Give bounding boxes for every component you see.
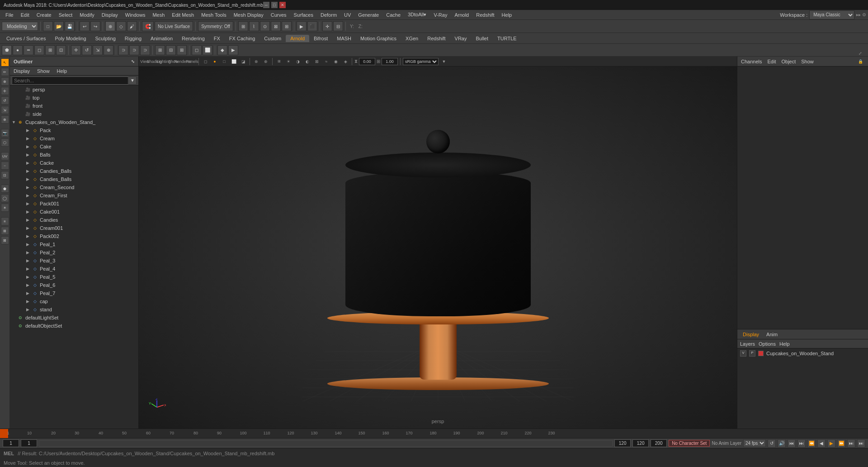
vp-bounding-btn[interactable]: ⬜ <box>230 57 238 66</box>
vp-ao-btn[interactable]: ◐ <box>303 57 311 66</box>
menu-mesh-display[interactable]: Mesh Display <box>230 11 267 19</box>
vp-wireframe-btn[interactable]: ◻ <box>201 57 209 66</box>
jump-back-key-btn[interactable]: ⏭ <box>797 439 806 448</box>
list-item[interactable]: ▶ ◇ Candies_Balls <box>10 167 138 175</box>
create-nurbs-icon[interactable]: ◯ <box>1 194 9 202</box>
move-tool-icon[interactable]: ✛ <box>1 87 9 95</box>
vertex-btn[interactable]: ● <box>13 45 23 55</box>
menu-create[interactable]: Create <box>33 11 55 19</box>
anim-tab[interactable]: Anim <box>764 331 780 338</box>
new-scene-btn[interactable]: □ <box>43 21 53 31</box>
menu-windows[interactable]: Windows <box>122 11 149 19</box>
range-end-1-input[interactable] <box>614 439 631 447</box>
list-item[interactable]: ▶ ◇ Peal_6 <box>10 281 138 289</box>
vp-panels-menu[interactable]: Panels <box>188 57 196 66</box>
anim-key2-btn[interactable]: ▶ <box>228 45 238 55</box>
list-item[interactable]: ▶ ◇ Cream_Second <box>10 183 138 191</box>
snap-surface-btn[interactable]: ⊠ <box>271 21 281 31</box>
snap-point-btn[interactable]: ⊙ <box>260 21 270 31</box>
list-item[interactable]: ▶ ◇ Peal_7 <box>10 289 138 297</box>
last-tool-side-icon[interactable]: ⊕ <box>1 115 9 124</box>
scale-tool-icon[interactable]: ⇲ <box>1 106 9 114</box>
edge-btn[interactable]: ━ <box>24 45 33 55</box>
list-item[interactable]: ▶ ◇ Candies_Balls <box>10 175 138 183</box>
outliner-menu-show[interactable]: Show <box>35 68 52 74</box>
tab-animation[interactable]: Animation <box>146 35 177 42</box>
play-forward-btn[interactable]: ▶ <box>827 439 835 448</box>
list-item[interactable]: ▶ ◇ Peal_4 <box>10 265 138 273</box>
save-scene-btn[interactable]: 💾 <box>65 21 75 31</box>
undo-btn[interactable]: ↩ <box>80 21 90 31</box>
layers-menu[interactable]: Layers <box>740 341 755 347</box>
menu-modify[interactable]: Modify <box>76 11 98 19</box>
list-item[interactable]: 🎥 persp <box>10 86 138 94</box>
mode-selector[interactable]: Modeling <box>2 22 38 31</box>
outliner-search-input[interactable] <box>12 76 128 85</box>
tab-turtle[interactable]: TURTLE <box>493 35 521 42</box>
menu-file[interactable]: File <box>2 11 17 19</box>
object-icon[interactable]: ⬡ <box>1 138 9 147</box>
jump-start-btn[interactable]: ⏮ <box>788 439 796 448</box>
vp-depth-btn[interactable]: ⊕ <box>262 57 270 66</box>
menu-display[interactable]: Display <box>98 11 122 19</box>
paint-select-btn[interactable]: ⊃ <box>129 45 139 55</box>
range-end-2-input[interactable] <box>632 439 649 447</box>
outliner-collapse-icon[interactable]: ⤡ <box>131 59 135 64</box>
layer-item[interactable]: V P Cupcakes_on_Wooden_Stand <box>737 348 868 358</box>
list-item[interactable]: ▶ ◇ Peal_2 <box>10 248 138 257</box>
tab-bullet[interactable]: Bullet <box>472 35 493 42</box>
tab-arnold[interactable]: Arnold <box>286 35 309 42</box>
help-menu[interactable]: Help <box>779 341 790 347</box>
list-item[interactable]: ▶ ◇ Balls <box>10 151 138 159</box>
tab-poly-modeling[interactable]: Poly Modeling <box>50 35 90 42</box>
rigging-icon[interactable]: ⊡ <box>1 171 9 179</box>
lasso-btn[interactable]: ◇ <box>116 21 126 31</box>
menu-edit[interactable]: Edit <box>17 11 33 19</box>
list-item[interactable]: ▶ ◇ Pack <box>10 126 138 134</box>
list-item[interactable]: ▶ ◇ Cream <box>10 134 138 143</box>
maximize-button[interactable]: □ <box>271 2 278 8</box>
vp-lighting-menu[interactable]: Lighting <box>160 57 168 66</box>
magnet-btn[interactable]: 🧲 <box>142 21 154 31</box>
snap-curve-icon-btn[interactable]: ⊞ <box>177 45 187 55</box>
menu-select[interactable]: Select <box>55 11 76 19</box>
list-item[interactable]: ▼ ⊕ Cupcakes_on_Wooden_Stand_ <box>10 118 138 126</box>
vp-xray-btn[interactable]: ⊗ <box>252 57 260 66</box>
step-back-btn[interactable]: ⏪ <box>807 439 816 448</box>
list-item[interactable]: ▶ ◇ Cake001 <box>10 208 138 216</box>
list-item[interactable]: ▶ ◇ Peal_1 <box>10 240 138 248</box>
range-max-input[interactable] <box>651 439 667 447</box>
vp-motion-blur-btn[interactable]: ≈ <box>322 57 330 66</box>
snap-grid-icon-btn[interactable]: ⊞ <box>155 45 165 55</box>
list-item[interactable]: ▶ ◇ Pack001 <box>10 200 138 208</box>
list-item[interactable]: ▶ ◇ Peal_5 <box>10 273 138 281</box>
vp-lights-btn[interactable]: ☀ <box>284 57 292 66</box>
vp-flat-btn[interactable]: □ <box>220 57 228 66</box>
play-back-btn[interactable]: ◀ <box>817 439 826 448</box>
menu-redshift[interactable]: Redshift <box>472 11 498 19</box>
symmetry-btn[interactable]: Symmetry: Off <box>198 21 233 31</box>
scale-btn[interactable]: ⇲ <box>93 45 103 55</box>
paint-tool-icon[interactable]: ✏ <box>1 68 9 76</box>
face-btn[interactable]: ◻ <box>34 45 44 55</box>
lock-icon[interactable]: 🔒 <box>856 57 864 66</box>
last-tool-btn[interactable]: ⊕ <box>104 45 113 55</box>
menu-surfaces[interactable]: Surfaces <box>290 11 317 19</box>
rotate-tool-icon[interactable]: ↺ <box>1 96 9 105</box>
vp-smooth-btn[interactable]: ● <box>211 57 219 66</box>
no-live-surface-btn[interactable]: No Live Surface <box>155 21 193 31</box>
select-btn[interactable]: ⊕ <box>105 21 115 31</box>
list-item[interactable]: ▶ ◇ cap <box>10 297 138 305</box>
uvs-btn[interactable]: ⊞ <box>45 45 55 55</box>
show-manip-btn[interactable]: ✛ <box>322 21 332 31</box>
vp-hdr-btn[interactable]: ⊠ <box>313 57 321 66</box>
refresh-btn[interactable]: ↺ <box>768 439 776 448</box>
jump-end-btn[interactable]: ⏭ <box>857 439 865 448</box>
menu-3dtoall[interactable]: 3DtoAll▾ <box>404 11 430 19</box>
snap-grid-btn[interactable]: ⊞ <box>238 21 248 31</box>
outliner-search-btn[interactable]: ▼ <box>128 76 137 85</box>
soft-select-btn[interactable]: ⊃ <box>118 45 128 55</box>
transform-constraint-btn[interactable]: ⊟ <box>333 21 343 31</box>
tab-motion-graphics[interactable]: Motion Graphics <box>356 35 401 42</box>
vp-grid-btn[interactable]: ⊞ <box>275 57 283 66</box>
